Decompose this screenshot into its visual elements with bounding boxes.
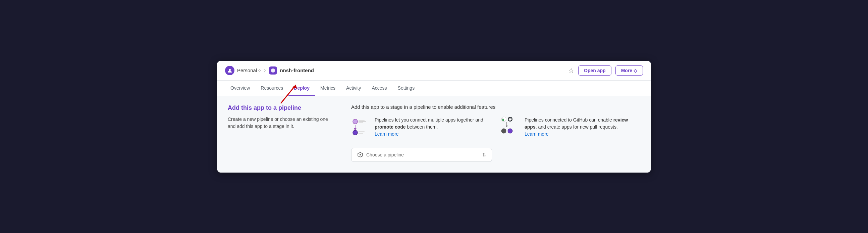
tab-access[interactable]: Access [366, 81, 392, 96]
pipeline-select-left: Choose a pipeline [357, 151, 404, 158]
account-avatar [225, 66, 235, 75]
svg-point-21 [501, 128, 506, 133]
pipeline-select[interactable]: Choose a pipeline ⇅ [351, 148, 492, 162]
account-label: Personal [237, 67, 257, 73]
svg-rect-11 [359, 133, 363, 134]
app-window: Personal ◇ > nnsh-frontend ☆ Open app Mo… [217, 61, 651, 173]
svg-point-24 [360, 154, 361, 155]
feature-1-text: Pipelines let you connect multiple apps … [375, 117, 490, 138]
svg-point-18 [510, 118, 511, 119]
tab-deploy[interactable]: Deploy [288, 81, 315, 96]
svg-point-22 [508, 128, 513, 133]
updown-arrow-icon: ⇅ [482, 152, 486, 157]
tab-overview[interactable]: Overview [225, 81, 255, 96]
app-icon [269, 66, 277, 75]
breadcrumb: Personal ◇ > nnsh-frontend [225, 66, 314, 75]
breadcrumb-separator: > [264, 68, 266, 73]
feature-promote-code: Pipelines let you connect multiple apps … [351, 117, 490, 140]
svg-point-17 [509, 118, 510, 119]
svg-point-3 [353, 119, 358, 124]
right-panel: Add this app to a stage in a pipeline to… [351, 104, 640, 162]
pipeline-select-placeholder: Choose a pipeline [366, 152, 404, 157]
app-name: nnsh-frontend [280, 67, 314, 73]
star-icon[interactable]: ☆ [568, 66, 574, 75]
open-app-button[interactable]: Open app [578, 65, 612, 76]
svg-point-9 [353, 130, 358, 135]
learn-more-link-1[interactable]: Learn more [375, 131, 399, 137]
svg-text:n: n [502, 117, 504, 121]
svg-rect-7 [359, 122, 363, 123]
svg-marker-20 [506, 125, 508, 127]
tab-metrics[interactable]: Metrics [315, 81, 341, 96]
left-heading: Add this app to a pipeline [228, 104, 335, 112]
feature-2-text: Pipelines connected to GitHub can enable… [525, 117, 640, 138]
feature-review-apps:  n [501, 117, 640, 140]
header: Personal ◇ > nnsh-frontend ☆ Open app Mo… [217, 61, 651, 81]
header-actions: ☆ Open app More ◇ [568, 65, 643, 76]
right-heading: Add this app to a stage in a pipeline to… [351, 104, 640, 110]
left-panel: Add this app to a pipeline Create a new … [228, 104, 335, 162]
pipeline-diagram-1 [351, 117, 370, 140]
tab-settings[interactable]: Settings [393, 81, 420, 96]
learn-more-link-2[interactable]: Learn more [525, 131, 549, 137]
tab-activity[interactable]: Activity [341, 81, 366, 96]
account-name[interactable]: Personal ◇ [237, 67, 261, 73]
chevron-down-icon: ◇ [258, 68, 261, 72]
tab-resources[interactable]: Resources [255, 81, 288, 96]
main-content: Add this app to a pipeline Create a new … [217, 96, 651, 173]
pipeline-diagram-2:  n [501, 117, 520, 140]
svg-rect-6 [359, 120, 365, 121]
features-row: Pipelines let you connect multiple apps … [351, 117, 640, 140]
svg-rect-10 [359, 131, 365, 132]
pipeline-select-icon [357, 151, 364, 158]
left-description: Create a new pipeline or choose an exist… [228, 116, 335, 130]
nav-tabs: Overview Resources Deploy Metrics Activi… [217, 81, 651, 96]
more-button[interactable]: More ◇ [615, 65, 643, 76]
